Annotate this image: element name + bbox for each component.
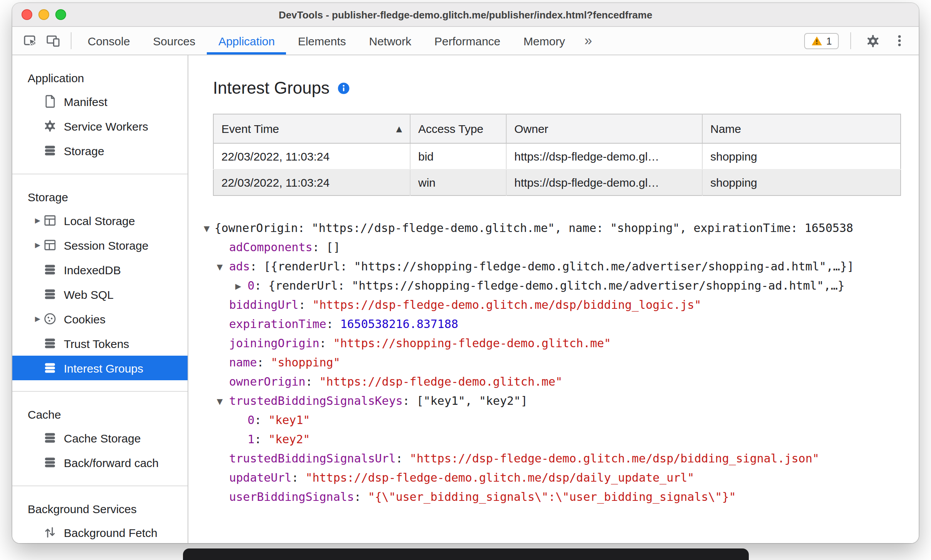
- tree-token: "https://shopping-fledge-demo.glitch.me": [333, 336, 611, 350]
- tree-node-trustedbiddingsignalskeys-1[interactable]: 1: "key2": [202, 430, 919, 449]
- tree-token: joiningOrigin: [229, 336, 319, 350]
- tree-node-adcomponents[interactable]: adComponents: []: [202, 238, 919, 257]
- tab-elements[interactable]: Elements: [286, 27, 357, 55]
- sidebar-section-title: Application: [12, 66, 188, 89]
- warning-count-badge[interactable]: 1: [804, 33, 839, 49]
- tree-token: :: [292, 471, 306, 485]
- sidebar-item-label: Interest Groups: [64, 361, 143, 374]
- tab-network[interactable]: Network: [357, 27, 423, 55]
- warning-count: 1: [826, 35, 832, 46]
- cell-event-time: 22/03/2022, 11:03:24: [213, 143, 410, 169]
- tree-token: :: [306, 375, 319, 389]
- expand-arrow-icon[interactable]: ▶: [32, 241, 43, 249]
- tree-collapse-icon[interactable]: ▼: [204, 219, 209, 238]
- table-row[interactable]: 22/03/2022, 11:03:24winhttps://dsp-fledg…: [213, 169, 901, 196]
- sidebar: ApplicationManifestService WorkersStorag…: [12, 55, 188, 543]
- database-icon: [43, 361, 57, 375]
- devtools-toolbar: ConsoleSourcesApplicationElementsNetwork…: [12, 27, 919, 55]
- tree-node-name[interactable]: name: "shopping": [202, 353, 919, 373]
- sidebar-section-storage: Storage▶Local Storage▶Session StorageInd…: [12, 174, 188, 391]
- expand-arrow-icon[interactable]: ▶: [32, 315, 43, 323]
- sidebar-item-label: Background Fetch: [64, 526, 158, 539]
- file-icon: [43, 94, 57, 108]
- more-options-button[interactable]: [889, 31, 909, 51]
- sidebar-item-interest-groups[interactable]: Interest Groups: [12, 356, 188, 380]
- minimize-button[interactable]: [38, 9, 49, 20]
- tree-node-trustedbiddingsignalsurl[interactable]: trustedBiddingSignalsUrl: "https://dsp-f…: [202, 449, 919, 469]
- sidebar-item-label: Web SQL: [64, 288, 114, 301]
- database-icon: [43, 144, 57, 157]
- tree-token: trustedBiddingSignalsKeys: [229, 394, 403, 408]
- tree-node-updateurl[interactable]: updateUrl: "https://dsp-fledge-demo.glit…: [202, 469, 919, 488]
- database-icon: [43, 263, 57, 277]
- sidebar-item-web-sql[interactable]: Web SQL: [12, 282, 188, 307]
- tree-token: ads: [229, 260, 250, 273]
- tab-performance[interactable]: Performance: [423, 27, 512, 55]
- tab-application[interactable]: Application: [207, 27, 286, 55]
- tree-node-trustedbiddingsignalskeys[interactable]: ▼trustedBiddingSignalsKeys: ["key1", "ke…: [202, 392, 919, 411]
- json-tree: ▼{ownerOrigin: "https://dsp-fledge-demo.…: [202, 219, 919, 507]
- sidebar-item-local-storage[interactable]: ▶Local Storage: [12, 208, 188, 233]
- sidebar-item-manifest[interactable]: Manifest: [12, 89, 188, 114]
- window-titlebar: DevTools - publisher-fledge-demo.glitch.…: [12, 3, 919, 27]
- inspect-element-button[interactable]: [20, 31, 40, 51]
- table-icon: [43, 214, 57, 227]
- expand-arrow-icon[interactable]: ▶: [32, 217, 43, 224]
- sidebar-item-background-fetch[interactable]: Background Fetch: [12, 520, 188, 543]
- application-panel: ApplicationManifestService WorkersStorag…: [12, 55, 919, 543]
- tree-token: "key1": [268, 413, 310, 427]
- column-header-name[interactable]: Name: [702, 114, 901, 143]
- cell-access-type: win: [410, 169, 506, 196]
- tab-console[interactable]: Console: [76, 27, 141, 55]
- sidebar-item-back-forward-cach[interactable]: Back/forward cach: [12, 450, 188, 475]
- sidebar-item-indexeddb[interactable]: IndexedDB: [12, 257, 188, 282]
- table-row[interactable]: 22/03/2022, 11:03:24bidhttps://dsp-fledg…: [213, 143, 901, 169]
- tab-sources[interactable]: Sources: [141, 27, 207, 55]
- tree-node-biddingurl[interactable]: biddingUrl: "https://dsp-fledge-demo.gli…: [202, 296, 919, 315]
- tree-node-trustedbiddingsignalskeys-0[interactable]: 0: "key1": [202, 411, 919, 430]
- tree-node-ownerorigin[interactable]: ownerOrigin: "https://dsp-fledge-demo.gl…: [202, 373, 919, 392]
- tree-token: "{\"user_bidding_signals\":\"user_biddin…: [368, 490, 736, 504]
- tree-token: :: [254, 413, 268, 427]
- tree-expand-icon[interactable]: ▶: [235, 277, 241, 296]
- database-icon: [43, 456, 57, 469]
- column-header-access-type[interactable]: Access Type: [410, 114, 506, 143]
- tree-token: userBiddingSignals: [229, 490, 354, 504]
- sidebar-item-cookies[interactable]: ▶Cookies: [12, 307, 188, 331]
- tree-node-expirationtime[interactable]: expirationTime: 1650538216.837188: [202, 315, 919, 334]
- tree-node-ads-0[interactable]: ▶0: {renderUrl: "https://shopping-fledge…: [202, 277, 919, 296]
- tree-node-userbiddingsignals[interactable]: userBiddingSignals: "{\"user_bidding_sig…: [202, 488, 919, 507]
- tree-token: "https://dsp-fledge-demo.glitch.me/dsp/b…: [313, 298, 701, 312]
- sidebar-item-trust-tokens[interactable]: Trust Tokens: [12, 331, 188, 356]
- tree-token: :: [326, 317, 340, 331]
- tree-node-ads[interactable]: ▼ads: [{renderUrl: "https://shopping-fle…: [202, 257, 919, 277]
- tree-node-root[interactable]: ▼{ownerOrigin: "https://dsp-fledge-demo.…: [202, 219, 919, 238]
- sidebar-item-label: Cookies: [64, 312, 105, 325]
- settings-gear-button[interactable]: [863, 31, 883, 51]
- tree-node-joiningorigin[interactable]: joiningOrigin: "https://shopping-fledge-…: [202, 334, 919, 353]
- sidebar-item-service-workers[interactable]: Service Workers: [12, 114, 188, 138]
- sidebar-section-background-services: Background ServicesBackground Fetch: [12, 485, 188, 543]
- tree-collapse-icon[interactable]: ▼: [217, 257, 223, 277]
- more-tabs-button[interactable]: »: [577, 27, 600, 55]
- tree-token: :: [254, 432, 268, 446]
- sidebar-item-cache-storage[interactable]: Cache Storage: [12, 426, 188, 450]
- sidebar-section-application: ApplicationManifestService WorkersStorag…: [12, 55, 188, 174]
- tree-collapse-icon[interactable]: ▼: [217, 392, 223, 411]
- sidebar-item-session-storage[interactable]: ▶Session Storage: [12, 233, 188, 257]
- device-toolbar-button[interactable]: [43, 31, 63, 51]
- window-title: DevTools - publisher-fledge-demo.glitch.…: [12, 9, 919, 20]
- column-header-label: Name: [710, 122, 741, 135]
- tab-memory[interactable]: Memory: [512, 27, 577, 55]
- gear-icon: [43, 119, 57, 133]
- column-header-event-time[interactable]: Event Time▲: [213, 114, 410, 143]
- tree-token: :: [319, 336, 333, 350]
- zoom-button[interactable]: [55, 9, 66, 20]
- column-header-owner[interactable]: Owner: [506, 114, 702, 143]
- sidebar-item-storage[interactable]: Storage: [12, 138, 188, 163]
- close-button[interactable]: [22, 9, 32, 20]
- info-icon[interactable]: [337, 82, 349, 94]
- tree-token: :: [396, 452, 410, 466]
- table-header-row: Event Time▲Access TypeOwnerName: [213, 114, 901, 143]
- devtools-window: DevTools - publisher-fledge-demo.glitch.…: [12, 3, 919, 543]
